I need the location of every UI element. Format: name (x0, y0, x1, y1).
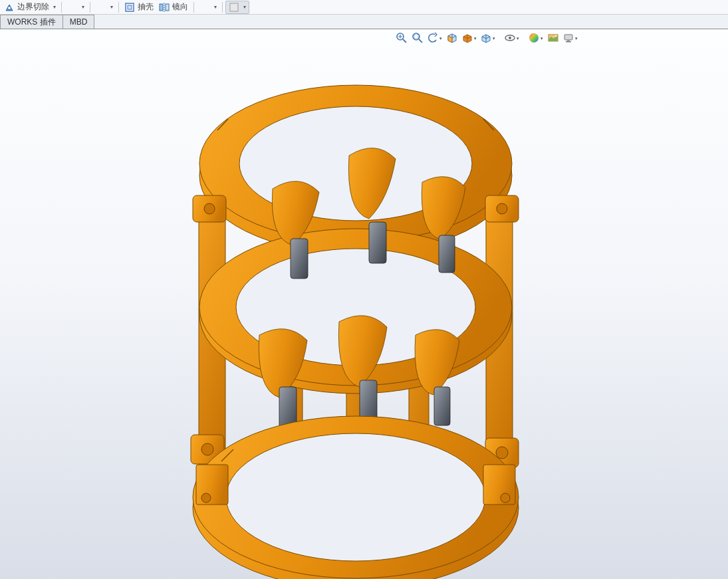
graphics-viewport[interactable] (0, 29, 728, 579)
ribbon-dropdown-3-icon (199, 2, 210, 13)
fillet-button[interactable]: 抽壳 (122, 1, 156, 14)
ribbon-separator (61, 2, 62, 13)
hide-show-items-icon (504, 32, 516, 46)
svg-line-10 (419, 39, 422, 43)
svg-rect-54 (196, 465, 228, 505)
svg-rect-6 (230, 3, 238, 11)
zoom-fit-icon (396, 32, 408, 46)
heads-up-view-toolbar (392, 29, 582, 48)
edit-appearance-button[interactable] (527, 31, 545, 46)
svg-point-40 (497, 203, 507, 214)
mirror-button[interactable]: 镜向 (156, 1, 191, 14)
svg-point-0 (8, 6, 11, 9)
svg-rect-18 (567, 40, 570, 41)
svg-rect-55 (483, 465, 515, 505)
ribbon-dropdown-1[interactable] (64, 1, 87, 14)
svg-rect-4 (166, 4, 169, 11)
boundary-cut-label: 边界切除 (17, 1, 49, 13)
svg-rect-35 (439, 235, 455, 273)
view-settings-icon (562, 32, 574, 46)
apply-scene-button[interactable] (546, 31, 560, 46)
ribbon-separator (193, 2, 194, 13)
svg-rect-19 (566, 41, 571, 43)
ribbon-row: 边界切除 抽壳 镜向 (0, 0, 728, 15)
previous-view-button[interactable] (426, 31, 443, 46)
ribbon-dropdown-2-icon (96, 2, 106, 13)
ribbon-dropdown-4-active[interactable] (225, 1, 249, 14)
mirror-icon (159, 2, 170, 13)
ribbon-separator (222, 2, 223, 13)
fillet-icon (124, 2, 135, 13)
edit-appearance-icon (528, 32, 540, 46)
svg-rect-3 (160, 4, 163, 11)
display-style-icon (480, 32, 492, 46)
ribbon-dropdown-3[interactable] (197, 1, 219, 14)
svg-point-14 (529, 33, 539, 43)
ribbon-separator (118, 2, 119, 13)
zoom-fit-button[interactable] (394, 31, 409, 46)
zoom-area-button[interactable] (410, 31, 425, 46)
svg-rect-11 (414, 35, 418, 39)
boundary-cut-icon (4, 2, 15, 13)
zoom-area-icon (412, 32, 424, 46)
svg-rect-2 (128, 5, 132, 9)
display-style-button[interactable] (479, 31, 497, 46)
ribbon-dropdown-4-icon (229, 2, 239, 13)
tab-mbd[interactable]: MBD (62, 15, 95, 29)
svg-point-43 (201, 443, 213, 455)
view-orientation-icon (461, 32, 473, 46)
svg-rect-17 (564, 35, 572, 40)
svg-rect-34 (369, 222, 386, 263)
section-view-icon (446, 32, 458, 46)
svg-point-56 (201, 493, 211, 503)
fillet-label: 抽壳 (138, 1, 154, 13)
tab-works-plugin[interactable]: WORKS 插件 (0, 15, 63, 29)
view-settings-button[interactable] (562, 31, 579, 46)
svg-point-41 (204, 203, 215, 214)
previous-view-icon (427, 32, 439, 46)
mirror-label: 镜向 (172, 1, 188, 13)
svg-point-57 (501, 493, 510, 503)
boundary-cut-button[interactable]: 边界切除 (1, 1, 59, 14)
command-manager-tabs: WORKS 插件 MBD (0, 15, 728, 29)
svg-rect-33 (291, 239, 308, 279)
svg-line-8 (403, 39, 406, 43)
ribbon-dropdown-2[interactable] (93, 1, 116, 14)
svg-point-16 (555, 35, 557, 37)
cad-model (170, 69, 542, 579)
section-view-button[interactable] (445, 31, 459, 46)
svg-point-53 (226, 433, 485, 561)
hide-show-items-button[interactable] (503, 31, 521, 46)
svg-point-42 (496, 447, 508, 459)
svg-rect-46 (434, 387, 450, 425)
ribbon-separator (90, 2, 90, 13)
apply-scene-icon (547, 32, 559, 46)
ribbon-dropdown-1-icon (67, 2, 78, 13)
svg-point-13 (509, 37, 511, 39)
view-orientation-button[interactable] (461, 31, 478, 46)
